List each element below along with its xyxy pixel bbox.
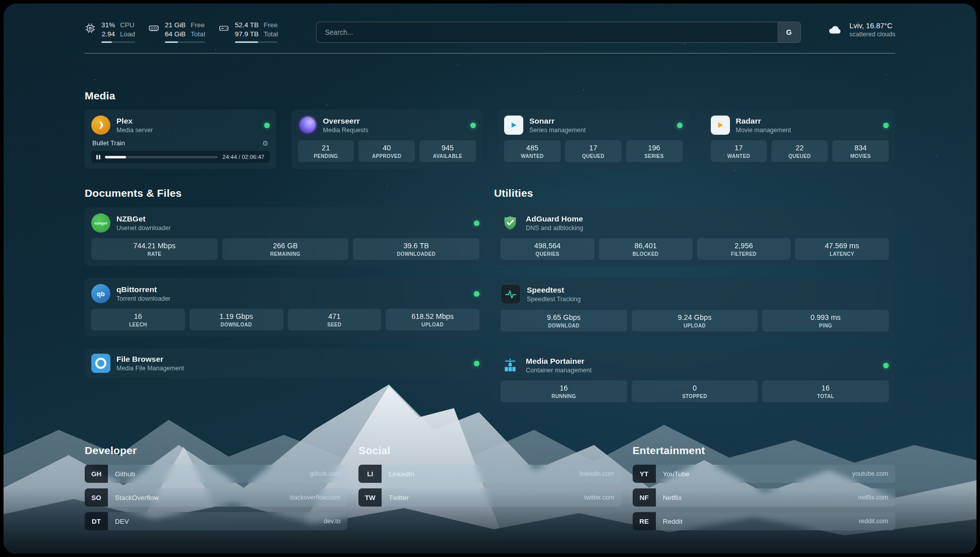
service-subtitle: Movie management [736,127,791,134]
media-grid: Plex Media server Bullet Train ⚙ [85,109,895,169]
service-stats: 9.65 GbpsDOWNLOAD9.24 GbpsUPLOAD0.993 ms… [501,310,889,331]
stat-label: LATENCY [797,251,887,257]
memory-free-label: Free [191,21,205,30]
playback-progress-track[interactable] [105,156,218,158]
stat-value: 17 [713,144,765,152]
radarr-icon [711,116,730,135]
documents-column: Documents & Files nzbget NZBGet Usenet d… [85,187,486,390]
service-card-filebrowser[interactable]: File Browser Media File Management [85,349,486,378]
service-stats: 498,564QUERIES86,401BLOCKED2,956FILTERED… [501,238,889,260]
service-header: Overseerr Media Requests [298,116,476,135]
status-indicator [474,291,479,297]
service-card-qbittorrent[interactable]: qb qBittorrent Torrent downloader 16LEEC… [85,278,486,337]
service-card-adguard[interactable]: AdGuard Home DNS and adblocking 498,564Q… [494,207,895,266]
overseerr-icon [298,116,317,135]
stat-box: 945AVAILABLE [419,140,476,162]
stat-box: 834MOVIES [832,140,889,162]
status-indicator [470,123,476,128]
bookmark-item[interactable]: RERedditreddit.com [633,512,895,530]
service-stats: 17WANTED22QUEUED834MOVIES [711,140,889,162]
qbittorrent-icon-label: qb [97,290,105,298]
bookmark-name: DEV [115,518,129,525]
stat-label: TOTAL [764,394,887,399]
service-titles: Sonarr Series management [529,117,586,134]
stat-label: PENDING [300,153,352,159]
section-title-documents: Documents & Files [85,187,486,199]
bookmark-item[interactable]: LILinkedInlinkedin.com [358,465,621,483]
disk-readout: 52.4 TB 97.9 TB Free Total [235,21,278,43]
search-provider-button[interactable]: G [777,22,801,42]
service-card-speedtest[interactable]: Speedtest Speedtest Tracking 9.65 GbpsDO… [494,278,895,338]
stat-label: BLOCKED [601,251,691,257]
bookmark-item[interactable]: TWTwittertwitter.com [358,488,621,507]
pause-icon[interactable] [96,155,100,159]
stat-label: SEED [290,322,380,327]
service-subtitle: Torrent downloader [116,295,170,302]
bookmark-item[interactable]: NFNetflixnetflix.com [633,488,895,507]
status-indicator [677,123,683,128]
stat-box: 0STOPPED [632,380,758,402]
stat-box: 618.52 MbpsUPLOAD [386,309,479,330]
stat-label: UPLOAD [388,322,477,327]
cpu-widget: 31% 2.94 CPU Load [85,21,135,43]
status-indicator [474,361,479,366]
stat-label: QUEUED [567,153,620,159]
cloud-icon [826,22,843,37]
bookmark-url: stackoverflow.com [289,494,340,501]
service-card-portainer[interactable]: Media Portainer Container management 16R… [494,350,895,408]
stat-label: FILTERED [699,251,789,257]
cpu-load: 2.94 [102,30,115,39]
stat-label: RATE [93,251,216,257]
bookmark-url: reddit.com [859,518,888,525]
disk-icon [218,23,229,34]
stat-box: 266 GBREMAINING [222,238,349,260]
bookmark-group-social: Social LILinkedInlinkedin.comTWTwittertw… [358,444,621,536]
gear-icon[interactable]: ⚙ [262,140,269,147]
service-header: qb qBittorrent Torrent downloader [91,284,479,303]
bookmark-url: dev.to [324,518,340,525]
stat-label: MOVIES [834,153,887,159]
stat-label: DOWNLOADED [355,251,477,257]
memory-total-label: Total [191,30,205,39]
cpu-progress-track [101,41,135,43]
stat-box: 2,956FILTERED [697,238,791,260]
portainer-icon [501,356,520,375]
section-title-social: Social [358,444,621,457]
service-subtitle: Usenet downloader [116,225,171,232]
bookmark-item[interactable]: SOStackOverflowstackoverflow.com [85,488,347,507]
memory-progress-track [165,41,205,43]
stat-value: 266 GB [224,242,347,250]
stat-box: 39.6 TBDOWNLOADED [353,238,479,260]
search-input[interactable] [317,22,777,42]
bookmark-item[interactable]: YTYouTubeyoutube.com [633,465,895,483]
stat-box: 0.993 msPING [762,310,889,331]
cpu-load-label: Load [120,30,135,39]
service-stats: 16LEECH1.19 GbpsDOWNLOAD471SEED618.52 Mb… [91,309,479,330]
cpu-label: CPU [120,21,135,30]
service-card-sonarr[interactable]: Sonarr Series management 485WANTED17QUEU… [498,109,689,169]
stat-box: 16RUNNING [501,380,627,402]
bookmark-abbr: YT [633,465,656,483]
service-card-radarr[interactable]: Radarr Movie management 17WANTED22QUEUED… [704,109,896,169]
stat-box: 86,401BLOCKED [599,238,693,260]
memory-icon [148,23,159,34]
memory-free: 21 GiB [165,21,186,30]
bookmark-abbr: GH [85,465,108,483]
service-card-nzbget[interactable]: nzbget NZBGet Usenet downloader 744.21 M… [85,207,486,266]
stat-value: 618.52 Mbps [388,312,477,320]
stat-box: 485WANTED [504,140,561,162]
section-title-utilities: Utilities [494,187,895,199]
bookmark-item[interactable]: GHGithubgithub.com [85,465,347,483]
memory-total: 64 GiB [165,30,186,39]
stat-value: 1.19 Gbps [192,312,281,320]
stat-label: AVAILABLE [421,153,474,159]
bookmark-item[interactable]: DTDEVdev.to [85,512,347,530]
stat-value: 9.24 Gbps [634,313,756,321]
stat-value: 47.569 ms [797,242,887,250]
service-card-overseerr[interactable]: Overseerr Media Requests 21PENDING40APPR… [291,109,483,169]
service-name: Speedtest [527,286,581,295]
stat-value: 39.6 TB [355,242,477,250]
stat-label: APPROVED [360,153,413,159]
service-card-plex[interactable]: Plex Media server Bullet Train ⚙ [85,109,276,169]
bookmark-name: Netflix [663,494,682,502]
